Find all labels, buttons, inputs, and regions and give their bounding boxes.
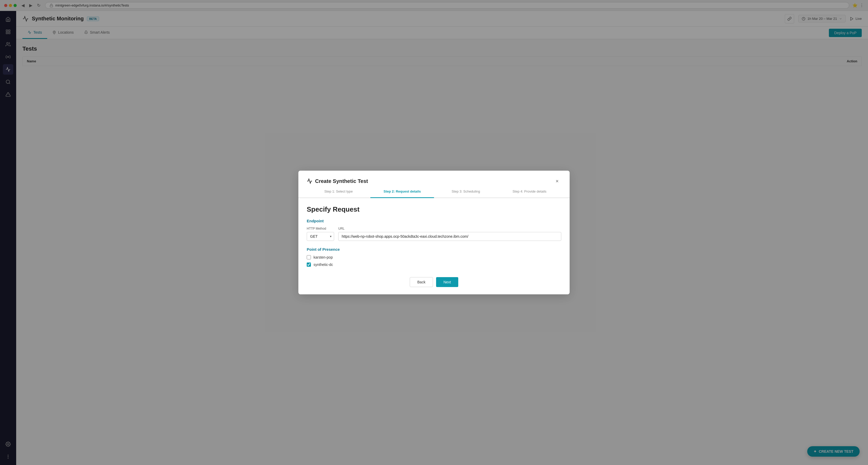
http-method-label: HTTP Method xyxy=(307,227,334,230)
url-input[interactable] xyxy=(338,232,561,241)
step-4[interactable]: Step 4: Provide details xyxy=(498,185,561,198)
content-area: Tests Name Action Create Synthetic Test xyxy=(16,39,868,465)
step-1-label: Step 1: Select type xyxy=(324,190,352,193)
endpoint-form-row: HTTP Method GET POST PUT DELETE xyxy=(307,227,561,241)
synthetic-dc-label: synthetic-dc xyxy=(313,262,333,267)
synthetic-dc-checkbox[interactable] xyxy=(307,262,311,267)
step-4-label: Step 4: Provide details xyxy=(513,190,547,193)
karsten-pop-checkbox[interactable] xyxy=(307,255,311,259)
endpoint-label: Endpoint xyxy=(307,219,561,223)
endpoint-section: Endpoint HTTP Method GET POST xyxy=(307,219,561,241)
modal-footer: Back Next xyxy=(299,273,569,294)
http-method-select[interactable]: GET POST PUT DELETE xyxy=(307,232,334,241)
create-test-modal: Create Synthetic Test × Step 1: Select t… xyxy=(299,171,569,294)
next-button[interactable]: Next xyxy=(436,277,458,287)
modal-body: Specify Request Endpoint HTTP Method xyxy=(299,198,569,273)
http-method-select-wrapper: GET POST PUT DELETE ▾ xyxy=(307,232,334,241)
stepper: Step 1: Select type Step 2: Request deta… xyxy=(299,185,569,198)
step-3[interactable]: Step 3: Scheduling xyxy=(434,185,498,198)
back-button[interactable]: Back xyxy=(410,277,433,287)
step-2[interactable]: Step 2: Request details xyxy=(370,185,434,198)
http-method-group: HTTP Method GET POST PUT DELETE xyxy=(307,227,334,241)
pop-checkbox-synthetic-dc[interactable]: synthetic-dc xyxy=(307,262,561,267)
karsten-pop-label: karsten-pop xyxy=(313,255,333,259)
main-content: Synthetic Monitoring BETA 1h Mar 20 – Ma… xyxy=(16,11,868,465)
specify-request-title: Specify Request xyxy=(307,205,561,213)
url-label: URL xyxy=(338,227,561,230)
modal-title-icon xyxy=(307,178,312,184)
pop-section: Point of Presence karsten-pop synthetic-… xyxy=(307,247,561,267)
pop-checkbox-group: karsten-pop synthetic-dc xyxy=(307,255,561,267)
pop-checkbox-karsten[interactable]: karsten-pop xyxy=(307,255,561,259)
step-2-label: Step 2: Request details xyxy=(383,190,421,193)
modal-title: Create Synthetic Test xyxy=(307,178,368,184)
pop-section-label: Point of Presence xyxy=(307,247,561,252)
step-3-label: Step 3: Scheduling xyxy=(452,190,480,193)
step-1[interactable]: Step 1: Select type xyxy=(307,185,370,198)
modal-overlay: Create Synthetic Test × Step 1: Select t… xyxy=(16,39,868,465)
url-group: URL xyxy=(338,227,561,241)
modal-header: Create Synthetic Test × xyxy=(299,171,569,185)
modal-close-button[interactable]: × xyxy=(553,177,561,185)
